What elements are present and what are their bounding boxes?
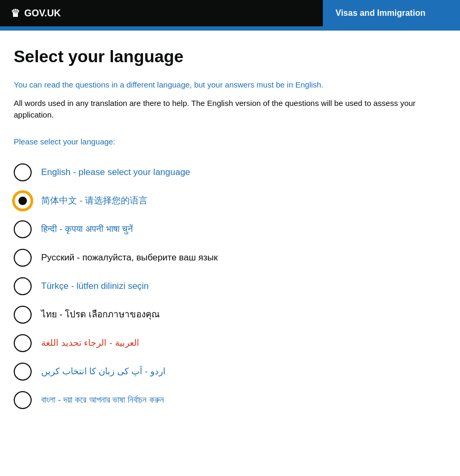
service-name: Visas and Immigration [336, 7, 425, 20]
radio-button-russian[interactable] [14, 249, 32, 267]
radio-item-english[interactable]: English - please select your language [14, 158, 446, 187]
radio-item-arabic[interactable]: العربية - الرجاء تحديد اللغة [14, 329, 446, 357]
radio-label-arabic[interactable]: العربية - الرجاء تحديد اللغة [41, 337, 139, 349]
radio-button-turkish[interactable] [14, 277, 32, 295]
radio-label-bengali[interactable]: বাংলা - দয়া করে আপনার ভাষা নির্বাচন করু… [41, 394, 164, 406]
accent-bar [0, 26, 460, 31]
radio-button-thai[interactable] [14, 306, 32, 324]
radio-button-bengali[interactable] [14, 391, 32, 409]
radio-button-arabic[interactable] [14, 334, 32, 352]
language-prompt: Please select your language: [14, 136, 446, 148]
radio-item-thai[interactable]: ไทย - โปรด เลือกภาษาของคุณ [14, 300, 446, 329]
radio-button-english[interactable] [14, 163, 32, 181]
info-secondary: All words used in any translation are th… [14, 98, 446, 121]
radio-button-chinese[interactable] [14, 192, 32, 210]
radio-label-thai[interactable]: ไทย - โปรด เลือกภาษาของคุณ [41, 308, 160, 321]
language-radio-list: English - please select your language简体中… [14, 158, 446, 414]
radio-item-turkish[interactable]: Türkçe - lütfen dilinizi seçin [14, 272, 446, 300]
crown-icon: ♛ [11, 5, 20, 21]
radio-item-chinese[interactable]: 简体中文 - 请选择您的语言 [14, 187, 446, 215]
radio-item-hindi[interactable]: हिन्दी - कृपया अपनी भाषा चुनें [14, 215, 446, 244]
info-primary: You can read the questions in a differen… [14, 79, 446, 91]
radio-label-russian[interactable]: Русский - пожалуйста, выберите ваш язык [41, 251, 218, 264]
radio-button-hindi[interactable] [14, 220, 32, 238]
radio-label-urdu[interactable]: اردو - آپ کی زبان کا انتخاب کریں [41, 365, 166, 378]
site-header: ♛ GOV.UK Visas and Immigration [0, 0, 460, 26]
gov-logo-link[interactable]: ♛ GOV.UK [11, 5, 61, 21]
radio-label-chinese[interactable]: 简体中文 - 请选择您的语言 [41, 195, 148, 207]
radio-inner-chinese [18, 197, 27, 205]
main-content: Select your language You can read the qu… [3, 31, 457, 435]
header-left: ♛ GOV.UK [0, 0, 323, 26]
radio-button-urdu[interactable] [14, 363, 32, 381]
radio-item-bengali[interactable]: বাংলা - দয়া করে আপনার ভাষা নির্বাচন করু… [14, 386, 446, 414]
page-title: Select your language [14, 46, 446, 66]
radio-label-turkish[interactable]: Türkçe - lütfen dilinizi seçin [41, 280, 149, 293]
radio-label-hindi[interactable]: हिन्दी - कृपया अपनी भाषा चुनें [41, 223, 133, 236]
radio-item-urdu[interactable]: اردو - آپ کی زبان کا انتخاب کریں [14, 357, 446, 386]
gov-logo-text: GOV.UK [24, 6, 61, 21]
service-name-banner: Visas and Immigration [323, 0, 460, 26]
radio-item-russian[interactable]: Русский - пожалуйста, выберите ваш язык [14, 244, 446, 272]
radio-label-english[interactable]: English - please select your language [41, 166, 190, 179]
